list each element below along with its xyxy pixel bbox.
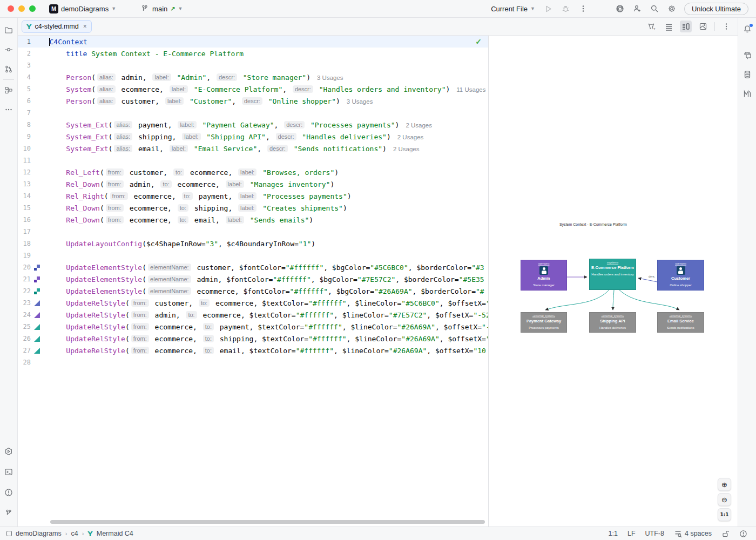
editor-line[interactable]: 26 UpdateRelStyle(from: ecommerce, to: s…: [18, 333, 488, 345]
color-preview-icon[interactable]: [32, 300, 41, 306]
mermaid-help-icon[interactable]: ?: [645, 21, 657, 32]
add-user-icon[interactable]: [632, 4, 642, 14]
editor-line[interactable]: 4 Person(alias: admin, label: "Admin", d…: [18, 71, 488, 83]
editor-line[interactable]: 13 Rel_Down(from: admin, to: ecommerce, …: [18, 178, 488, 190]
encoding-selector[interactable]: UTF-8: [645, 530, 664, 537]
usages-hint[interactable]: 3 Usages: [347, 98, 373, 105]
inspections-ok-icon[interactable]: ✓: [475, 37, 482, 46]
usages-hint[interactable]: 2 Usages: [393, 146, 420, 152]
unlock-icon[interactable]: [721, 530, 730, 538]
mermaid-chart-icon[interactable]: [740, 87, 754, 101]
vcs-widget[interactable]: main ↗ ▼: [136, 2, 186, 15]
project-name: demoDiagrams: [61, 5, 109, 13]
editor-line[interactable]: 20 UpdateElementStyle(elementName: custo…: [18, 261, 488, 273]
usages-hint[interactable]: 11 Usages: [456, 86, 485, 93]
image-preview-icon[interactable]: [697, 21, 709, 32]
editor-line[interactable]: 23 UpdateRelStyle(from: customer, to: ec…: [18, 297, 488, 309]
problems-icon[interactable]: [739, 530, 747, 538]
breadcrumb-project[interactable]: demoDiagrams: [16, 530, 62, 537]
run-button[interactable]: [544, 4, 554, 14]
close-window-button[interactable]: [8, 5, 14, 12]
editor-line[interactable]: 2 title System Context - E-Commerce Plat…: [18, 48, 488, 59]
diagram-node-shipping: «external_system»Shipping APIHandles del…: [589, 312, 636, 333]
color-preview-icon[interactable]: [32, 336, 41, 342]
editor-line[interactable]: 15 Rel_Down(from: ecommerce, to: shippin…: [18, 202, 488, 214]
horizontal-scrollbar[interactable]: [50, 520, 485, 524]
editor-line[interactable]: 25 UpdateRelStyle(from: ecommerce, to: p…: [18, 321, 488, 333]
debug-icon[interactable]: [561, 4, 571, 14]
zoom-out-button[interactable]: ⊖: [718, 493, 731, 506]
editor-line[interactable]: 16 Rel_Down(from: ecommerce, to: email, …: [18, 214, 488, 226]
node-stereotype: «external_system»: [590, 314, 636, 318]
editor-line[interactable]: 11: [18, 154, 488, 166]
color-preview-icon[interactable]: [32, 324, 41, 330]
version-control-icon[interactable]: [2, 506, 16, 520]
usages-hint[interactable]: 2 Usages: [397, 134, 424, 140]
color-preview-icon[interactable]: [32, 348, 41, 354]
editor-line[interactable]: 28: [18, 356, 488, 368]
project-widget[interactable]: M demoDiagrams ▼: [45, 3, 120, 15]
zoom-reset-button[interactable]: 1:1: [718, 508, 731, 521]
editor-line[interactable]: 9 System_Ext(alias: shipping, label: "Sh…: [18, 131, 488, 143]
zoom-window-button[interactable]: [29, 5, 36, 12]
list-icon[interactable]: [663, 21, 674, 32]
run-configuration-selector[interactable]: Current File ▼: [491, 5, 535, 13]
color-preview-icon[interactable]: [32, 276, 41, 282]
database-icon[interactable]: [740, 68, 754, 82]
terminal-icon[interactable]: [2, 465, 16, 479]
color-preview-icon[interactable]: [32, 288, 41, 294]
editor-line[interactable]: 8 System_Ext(alias: payment, label: "Pay…: [18, 119, 488, 131]
breadcrumb-element[interactable]: Mermaid C4: [97, 530, 133, 537]
editor-line[interactable]: 12 Rel_Left(from: customer, to: ecommerc…: [18, 166, 488, 178]
diagram-node-ecommerce: «system»E-Commerce PlatformHandles order…: [589, 259, 636, 290]
line-ending-selector[interactable]: LF: [627, 530, 636, 537]
editor-line[interactable]: 1C4Context: [18, 36, 488, 48]
split-editor-icon[interactable]: [680, 21, 692, 32]
code-editor[interactable]: 1C4Context2 title System Context - E-Com…: [18, 36, 489, 526]
line-number: 9: [18, 133, 31, 140]
editor-line[interactable]: 5 System(alias: ecommerce, label: "E-Com…: [18, 83, 488, 95]
breadcrumb-folder[interactable]: c4: [71, 530, 78, 537]
commit-icon[interactable]: [2, 43, 16, 57]
diagram-preview[interactable]: System Context - E-Commerce Platform «pe…: [489, 36, 738, 526]
editor-line[interactable]: 18 UpdateLayoutConfig($c4ShapeInRow="3",…: [18, 238, 488, 249]
usages-hint[interactable]: 2 Usages: [406, 122, 432, 129]
editor-line[interactable]: 27 UpdateRelStyle(from: ecommerce, to: e…: [18, 345, 488, 356]
line-number: 2: [18, 50, 31, 57]
editor-line[interactable]: 21 UpdateElementStyle(elementName: admin…: [18, 273, 488, 285]
editor-line[interactable]: 24 UpdateRelStyle(from: admin, to: ecomm…: [18, 309, 488, 321]
color-preview-icon[interactable]: [32, 312, 41, 318]
editor-line[interactable]: 10 System_Ext(alias: email, label: "Emai…: [18, 143, 488, 154]
editor-line[interactable]: 3: [18, 59, 488, 71]
editor-line[interactable]: 6 Person(alias: customer, label: "Custom…: [18, 95, 488, 107]
ai-assistant-icon[interactable]: [740, 48, 754, 62]
close-icon[interactable]: ×: [83, 23, 87, 30]
editor-line[interactable]: 19: [18, 249, 488, 261]
problems-icon[interactable]: [2, 485, 16, 500]
pull-requests-icon[interactable]: [2, 62, 16, 76]
color-preview-icon[interactable]: [32, 265, 41, 271]
zoom-in-button[interactable]: ⊕: [718, 478, 731, 491]
more-icon[interactable]: [720, 21, 732, 32]
more-icon[interactable]: [578, 4, 588, 14]
unlock-ultimate-button[interactable]: Unlock Ultimate: [684, 3, 748, 15]
code-text: System_Ext(alias: shipping, label: "Ship…: [43, 133, 423, 141]
more-icon[interactable]: [2, 103, 16, 117]
search-icon[interactable]: [650, 4, 659, 14]
usages-hint[interactable]: 3 Usages: [317, 75, 343, 81]
services-icon[interactable]: [2, 444, 16, 458]
editor-line[interactable]: 7: [18, 107, 488, 119]
folder-icon[interactable]: [2, 23, 16, 37]
editor-line[interactable]: 17: [18, 226, 488, 238]
notifications-icon[interactable]: [740, 22, 754, 36]
minimize-window-button[interactable]: [18, 5, 25, 12]
ai-assistant-icon[interactable]: [615, 4, 625, 14]
editor-line[interactable]: 22 UpdateElementStyle(elementName: ecomm…: [18, 285, 488, 297]
settings-icon[interactable]: [667, 4, 677, 14]
tab-c4-styled[interactable]: Y c4-styled.mmd ×: [22, 20, 92, 33]
editor-line[interactable]: 14 Rel_Right(from: ecommerce, to: paymen…: [18, 190, 488, 202]
structure-icon[interactable]: [2, 83, 16, 97]
indent-selector[interactable]: 4 spaces: [674, 530, 712, 538]
node-description: Store manager: [521, 284, 566, 287]
caret-position[interactable]: 1:1: [609, 530, 618, 537]
